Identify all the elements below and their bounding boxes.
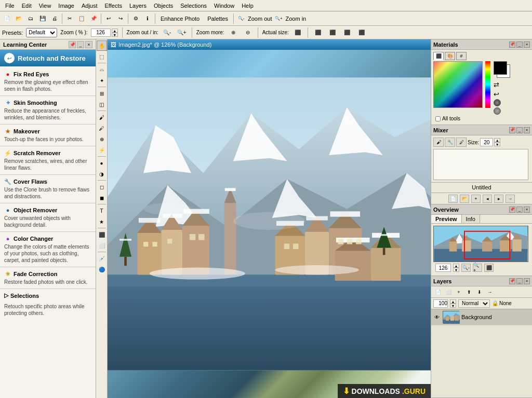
dodge-burn-button[interactable]: ● xyxy=(97,158,107,168)
mixer-minimize-button[interactable]: _ xyxy=(516,127,523,133)
background-eraser-button[interactable]: ◼ xyxy=(97,193,107,203)
canvas-image[interactable]: ⬇ DOWNLOADS .GURU xyxy=(108,50,431,398)
overview-tab-preview[interactable]: Preview xyxy=(431,215,462,223)
mat-tab-styles[interactable]: 🎨 xyxy=(445,52,455,60)
layers-new-button[interactable]: 📄 xyxy=(433,288,443,296)
redo-button[interactable]: ↪ xyxy=(115,13,126,24)
crop-tool-button[interactable]: ⊞ xyxy=(97,88,107,99)
actual-size-button[interactable]: ⬛ xyxy=(292,28,303,38)
eyedropper-button[interactable]: 💉 xyxy=(97,253,107,264)
menu-view[interactable]: View xyxy=(36,2,55,10)
undo-button[interactable]: ↩ xyxy=(103,13,114,24)
mixer-tool2-button[interactable]: 🔧 xyxy=(445,138,455,147)
mixer-size-up-button[interactable]: ▲ xyxy=(494,138,500,142)
color-saturation-picker[interactable] xyxy=(433,61,483,108)
cut-button[interactable]: ✂ xyxy=(64,13,75,24)
fit3-button[interactable]: ⬛ xyxy=(341,28,353,38)
lasso-tool-button[interactable]: ⌓ xyxy=(97,64,107,75)
layers-pin-button[interactable]: 📌 xyxy=(509,278,515,284)
enhance-photo-button[interactable]: Enhance Photo xyxy=(157,13,203,24)
opacity-down-button[interactable]: ▼ xyxy=(450,304,456,308)
menu-file[interactable]: File xyxy=(2,2,18,10)
color-sampler-button[interactable]: 🔵 xyxy=(97,264,107,275)
overview-zoom-up[interactable]: ▲ xyxy=(453,264,459,268)
color-picker-container[interactable] xyxy=(433,61,483,108)
hue-slider[interactable] xyxy=(485,61,490,108)
mat-tab-textures[interactable]: # xyxy=(456,52,467,60)
paint-brush-button[interactable]: 🖌 xyxy=(97,112,107,122)
browse-button[interactable]: 🗂 xyxy=(25,13,36,24)
layers-group-button[interactable]: + xyxy=(454,288,463,296)
overview-zoom-out-button[interactable]: 🔍- xyxy=(461,264,471,272)
overview-zoom-in-button[interactable]: 🔍+ xyxy=(473,264,482,272)
menu-window[interactable]: Window xyxy=(211,2,237,10)
img-open-button[interactable]: 📂 xyxy=(460,195,469,203)
img-add-button[interactable]: + xyxy=(471,195,481,203)
foreground-swatch[interactable] xyxy=(494,61,507,75)
img-delete-button[interactable]: → xyxy=(506,195,515,203)
layers-delete-button[interactable]: → xyxy=(485,288,495,296)
img-prev-button[interactable]: ◂ xyxy=(483,195,492,203)
save-button[interactable]: 💾 xyxy=(37,13,48,24)
lc-selections-section[interactable]: ▷ Selections xyxy=(0,290,96,301)
mixer-size-down-button[interactable]: ▼ xyxy=(494,142,500,146)
zoom-more2-button[interactable]: ⊖ xyxy=(242,28,254,38)
layers-close-button[interactable]: × xyxy=(524,278,530,284)
copy-button[interactable]: 📋 xyxy=(76,13,87,24)
paste-button[interactable]: 📌 xyxy=(88,13,99,24)
zoom-increment-button[interactable]: ▲ xyxy=(112,29,118,33)
lc-close-button[interactable]: × xyxy=(85,41,92,48)
gray-swatch[interactable] xyxy=(494,107,501,115)
color-replace-button[interactable]: ⬜ xyxy=(97,240,107,251)
lc-cover-flaws[interactable]: 🔧 Cover Flaws Use the Clone brush to rem… xyxy=(0,176,96,202)
materials-pin-button[interactable]: 📌 xyxy=(509,42,515,48)
zoom-out2-button[interactable]: 🔍- xyxy=(162,28,173,38)
mixer-canvas[interactable] xyxy=(433,149,528,180)
opacity-up-button[interactable]: ▲ xyxy=(450,299,456,304)
mixer-pin-button[interactable]: 📌 xyxy=(509,127,515,133)
mixer-tool1-button[interactable]: 🖌 xyxy=(433,138,444,147)
fit-button[interactable]: ⬛ xyxy=(312,28,324,38)
fg-bg-swatches[interactable] xyxy=(494,61,512,80)
zoom-value-input[interactable] xyxy=(91,29,111,37)
select-tool-button[interactable]: ⬚ xyxy=(97,51,107,62)
preset-shapes-button[interactable]: ★ xyxy=(97,216,107,227)
overview-zoom-down[interactable]: ▼ xyxy=(453,268,459,272)
layers-minimize-button[interactable]: _ xyxy=(516,278,523,284)
magic-wand-button[interactable]: ✦ xyxy=(97,75,107,86)
img-next-button[interactable]: ▸ xyxy=(494,195,503,203)
fit2-button[interactable]: ⬛ xyxy=(327,28,338,38)
mixer-close-button[interactable]: × xyxy=(524,127,530,133)
lc-minimize-button[interactable]: _ xyxy=(77,41,84,48)
menu-selections[interactable]: Selections xyxy=(177,2,210,10)
lc-scratch-remover[interactable]: ⚡ Scratch Remover Remove scratches, wire… xyxy=(0,147,96,173)
eraser-button[interactable]: ◻ xyxy=(97,182,107,192)
overview-close-button[interactable]: × xyxy=(524,207,530,213)
overview-minimize-button[interactable]: _ xyxy=(516,207,523,213)
menu-objects[interactable]: Objects xyxy=(151,2,176,10)
black-swatch[interactable] xyxy=(494,99,501,106)
mat-tab-materials[interactable]: ⬛ xyxy=(433,52,444,60)
overview-tab-info[interactable]: Info xyxy=(462,215,480,223)
menu-effects[interactable]: Effects xyxy=(102,2,125,10)
blend-mode-select[interactable]: Normal Multiply Screen Overlay xyxy=(458,299,490,308)
mixer-size-input[interactable] xyxy=(480,138,493,146)
zoom-decrement-button[interactable]: ▼ xyxy=(112,33,118,37)
swap-colors-icon[interactable]: ⇄ xyxy=(494,81,512,89)
reset-colors-icon[interactable]: ↩ xyxy=(494,90,512,98)
settings-button[interactable]: ⚙ xyxy=(130,13,141,24)
open-button[interactable]: 📂 xyxy=(13,13,24,24)
menu-layers[interactable]: Layers xyxy=(126,2,150,10)
overview-pin-button[interactable]: 📌 xyxy=(509,207,515,213)
overview-zoom-input[interactable] xyxy=(435,264,451,272)
airbrush-button[interactable]: 🖋 xyxy=(97,123,107,133)
zoom-in2-button[interactable]: 🔍+ xyxy=(176,28,188,38)
img-new-button[interactable]: 📄 xyxy=(448,195,458,203)
layer-item-background[interactable]: 👁 Background xyxy=(431,309,532,325)
all-tools-checkbox[interactable] xyxy=(435,116,441,121)
text-tool-button[interactable]: T xyxy=(97,205,107,216)
fill-button[interactable]: ⬛ xyxy=(97,229,107,240)
layers-duplicate-button[interactable]: ⬜ xyxy=(444,288,453,296)
zoom-out-button[interactable]: Zoom out xyxy=(247,13,272,24)
materials-minimize-button[interactable]: _ xyxy=(516,42,523,48)
